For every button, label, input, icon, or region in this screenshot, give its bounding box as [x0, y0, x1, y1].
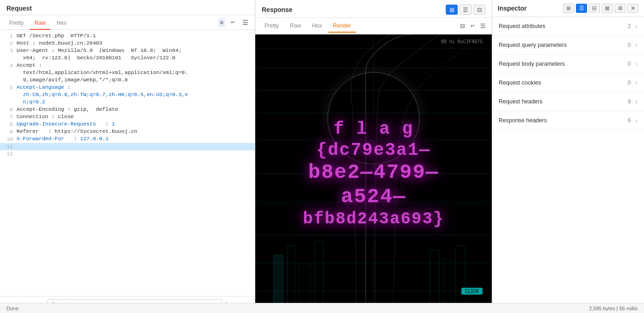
view-mode-buttons: ⊞ ☰ ⊟ [446, 5, 485, 15]
row-label-body-params: Request body parameters [499, 61, 627, 67]
row-count-response-headers: 6 [627, 117, 631, 124]
row-label-query-params: Request query parameters [499, 42, 627, 48]
status-right: 2,585 bytes | 66 millis [589, 306, 638, 311]
inspector-toolbar: ⊞ ☰ ⊟ ⊠ ⚙ ✕ [563, 4, 638, 13]
inspector-gear-btn[interactable]: ⚙ [615, 4, 626, 13]
tab-hex[interactable]: Hex [52, 17, 71, 30]
row-label-request-headers: Request headers [499, 98, 627, 105]
status-left: Done [6, 306, 18, 311]
bottom-bar: CLICK [461, 288, 483, 295]
menu-icon[interactable]: ☰ [241, 18, 250, 27]
code-line: 9 Referer : https://Sycsecret.buuoj.cn [0, 128, 255, 136]
inspector-rows: Request attributes 2 › Request query par… [492, 17, 644, 313]
format-icon[interactable]: ≡ [218, 18, 225, 27]
tab-raw[interactable]: Raw [30, 17, 50, 30]
svg-rect-4 [288, 246, 294, 310]
code-line: zh-CN,zh;q=0.8,zh-TW;q=0.7,zh-HK;q=0.5,e… [0, 91, 255, 99]
code-line: n;q=0.2 [0, 99, 255, 106]
list-view-btn[interactable]: ☰ [460, 5, 472, 15]
response-tab-render[interactable]: Render [328, 20, 356, 33]
code-line-selected: 11 [0, 143, 255, 150]
inspector-row-request-headers[interactable]: Request headers 9 › [492, 92, 644, 111]
response-tab-pretty[interactable]: Pretty [260, 20, 283, 33]
code-line: 3 User-Agent : Mozilla/5.0 (Windows NT 1… [0, 47, 255, 55]
row-label-cookies: Request cookies [499, 80, 627, 86]
status-bar: Done 2,585 bytes | 66 millis [0, 303, 644, 313]
code-line: 12 [0, 150, 255, 158]
inspector-row-body-params[interactable]: Request body parameters 0 › [492, 55, 644, 74]
response-tab-hex[interactable]: Hex [307, 20, 326, 33]
inspector-title: Inspector [498, 5, 559, 12]
response-format-icon[interactable]: ⊟ [459, 21, 466, 31]
response-menu-icon[interactable]: ☰ [479, 21, 487, 31]
chevron-icon: › [635, 98, 638, 105]
code-line: 5 Accept-Language : [0, 84, 255, 91]
svg-rect-9 [455, 246, 466, 310]
response-tab-raw[interactable]: Raw [285, 20, 305, 33]
inspector-list-btn[interactable]: ☰ [576, 4, 587, 13]
inspector-grid-btn[interactable]: ⊞ [563, 4, 574, 13]
chevron-icon: › [635, 117, 638, 124]
response-tab-bar: Pretty Raw Hex Render ⊟ ↵ ☰ [255, 18, 492, 34]
code-line: text/html,application/xhtml+xml,applicat… [0, 69, 255, 77]
code-line: 9,image/avif,image/webp,*/*;q=0.8 [0, 77, 255, 84]
code-line: 8 Upgrade-Insecure-Requests : 1 [0, 121, 255, 128]
inspector-panel: Inspector ⊞ ☰ ⊟ ⊠ ⚙ ✕ Request attributes… [492, 0, 644, 313]
flag-text: f l a g {dc79e3a1— b8e2—4799— a524— bfb8… [303, 119, 444, 229]
response-header-row: Response ⊞ ☰ ⊟ [255, 0, 492, 18]
request-title: Request [0, 0, 255, 15]
split-view-btn[interactable]: ⊟ [473, 5, 485, 15]
code-line: 7 Connection : close [0, 114, 255, 121]
cyber-background: 80 hi 0xC3F4D7S [255, 34, 492, 313]
svg-rect-7 [430, 250, 439, 310]
code-line: 10 X-Forwarded-For : 127.0.0.1 [0, 136, 255, 143]
flag-line-3: a524— [303, 185, 444, 209]
response-title: Response [262, 6, 293, 13]
chevron-icon: › [635, 60, 638, 68]
row-label-response-headers: Response headers [499, 117, 627, 124]
inspector-header: Inspector ⊞ ☰ ⊟ ⊠ ⚙ ✕ [492, 0, 644, 17]
code-line: 1 GET /Secret.php HTTP/1.1 [0, 33, 255, 40]
inspector-row-response-headers[interactable]: Response headers 6 › [492, 111, 644, 130]
response-newline-icon[interactable]: ↵ [469, 22, 476, 30]
chevron-icon: › [635, 41, 638, 49]
row-count-request-attributes: 2 [627, 23, 631, 29]
grid-view-btn[interactable]: ⊞ [446, 5, 458, 15]
inspector-split-btn[interactable]: ⊠ [602, 4, 613, 13]
response-content: 80 hi 0xC3F4D7S [255, 34, 492, 313]
inspector-row-query-params[interactable]: Request query parameters 0 › [492, 36, 644, 55]
row-count-cookies: 0 [627, 80, 631, 86]
inspector-row-request-attributes[interactable]: Request attributes 2 › [492, 17, 644, 36]
flag-line-1: f l a g {dc79e3a1— [303, 119, 444, 160]
response-panel: Response ⊞ ☰ ⊟ Pretty Raw Hex Render ⊟ ↵… [255, 0, 492, 313]
row-count-request-headers: 9 [627, 98, 631, 105]
svg-rect-6 [315, 241, 323, 310]
svg-rect-3 [274, 255, 283, 310]
row-count-query-params: 0 [627, 42, 631, 48]
inspector-expand-btn[interactable]: ⊟ [589, 4, 600, 13]
row-label-request-attributes: Request attributes [499, 23, 627, 29]
flag-line-2: b8e2—4799— [303, 160, 444, 185]
flag-line-4: bfb8d243a693} [303, 209, 444, 229]
chevron-icon: › [635, 23, 638, 30]
code-line: 6 Accept-Encoding : gzip, deflate [0, 106, 255, 114]
code-line: x64; rv:122.0) Gecko/20100101 Syclover/1… [0, 55, 255, 62]
tab-pretty[interactable]: Pretty [5, 17, 28, 30]
inspector-close-btn[interactable]: ✕ [627, 4, 638, 13]
code-line: 4 Accept : [0, 62, 255, 69]
request-panel: Request Pretty Raw Hex ≡ ↵ ☰ 1 GET /Secr… [0, 0, 255, 313]
chevron-icon: › [635, 79, 638, 86]
code-line: 2 Host : node5.buuoj.cn:26403 [0, 40, 255, 47]
newline-icon[interactable]: ↵ [229, 18, 237, 26]
inspector-row-cookies[interactable]: Request cookies 0 › [492, 74, 644, 92]
request-tab-bar: Pretty Raw Hex ≡ ↵ ☰ [0, 15, 255, 30]
row-count-body-params: 0 [627, 61, 631, 67]
request-code-area: 1 GET /Secret.php HTTP/1.1 2 Host : node… [0, 30, 255, 296]
